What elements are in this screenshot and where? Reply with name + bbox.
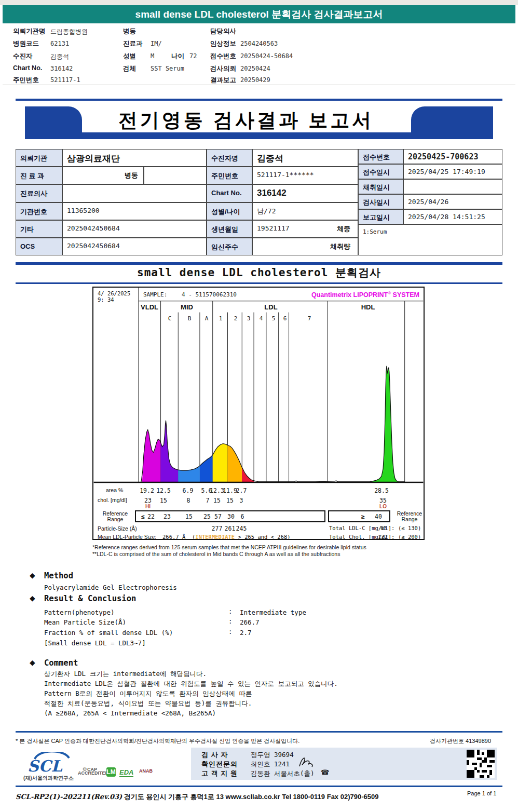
- table-value: 2025/04/28 14:51:25: [403, 209, 502, 224]
- band-label-6: 6: [283, 315, 287, 322]
- result-row-value: 2.7: [240, 629, 252, 637]
- scl-logo-arc-icon: SCL: [23, 752, 75, 775]
- result-colon: :: [228, 607, 233, 615]
- result-note: [Small dense LDL = LDL3~7]: [44, 639, 146, 647]
- band-label-5: 5: [272, 315, 276, 322]
- total-ldl-ref: (≤ 130): [398, 525, 421, 531]
- eda-badge-label: EDA: [119, 768, 133, 776]
- table-label: 성별/나이: [207, 202, 252, 220]
- diamond-bullet-icon: ◆: [30, 594, 35, 602]
- chol-value: 8: [187, 497, 190, 504]
- mid-a-band: [200, 455, 213, 482]
- cap-accredited-icon: ⚙CAP ACCREDITED✓: [78, 767, 102, 775]
- phenotype-class: INTERMEDIATE: [195, 534, 235, 540]
- field-label: 검체: [123, 64, 136, 73]
- table-label: 임신주수: [207, 238, 252, 255]
- comment-line: Pattern B로의 전환이 이루어지지 않도록 환자의 임상상태에 따른: [44, 689, 252, 698]
- field-value: 20250424-50684: [240, 52, 293, 60]
- table-label: 검사일시: [358, 194, 403, 209]
- footer-rule-bottom: [16, 786, 502, 787]
- lipoprint-chart: 4/ 26/2025 9: 34 SAMPLE: 4 - 51157006231…: [92, 287, 425, 540]
- brand-name: Quantimetrix LIPOPRINT: [311, 291, 388, 299]
- phone-icon: ☎: [321, 768, 329, 776]
- reference-label-line2: Range: [402, 516, 418, 522]
- result-row-value: 266.7: [240, 618, 260, 626]
- ref-value: 15: [185, 513, 193, 520]
- table-value: 2025/04/25 17:49:19: [403, 164, 502, 179]
- print-date: 4/ 26/2025: [98, 290, 130, 296]
- area-value: 12.3: [210, 487, 224, 494]
- area-value: 19.2: [140, 487, 154, 494]
- table-value: 채취량: [252, 238, 358, 255]
- top-rule: [16, 99, 502, 101]
- banner-right-block: [411, 106, 493, 133]
- eda-badge-icon: EDA: [119, 768, 133, 777]
- field-value: M: [151, 52, 154, 60]
- chart-footnote-1: *Reference ranges derived from 125 serum…: [92, 544, 366, 550]
- staff-name: 김동환 서울서초(출): [251, 769, 315, 778]
- footer-doc-code: SCL-RP2(1)-202211(Rev.03): [16, 793, 122, 801]
- total-ldl-value: 63: [380, 525, 387, 531]
- area-row-label: area %: [106, 487, 123, 493]
- total-chol-value: 122: [378, 534, 388, 540]
- band-label-4: 4: [260, 315, 263, 322]
- footer-rule-top: [16, 731, 502, 733]
- footer-docline: SCL-RP2(1)-202211(Rev.03) 경기도 용인시 기흥구 흥덕…: [16, 792, 378, 802]
- table-value: [144, 167, 207, 184]
- instrument-brand: Quantimetrix LIPOPRINT® SYSTEM: [311, 291, 419, 299]
- reference-box-hdl: ≥ 40: [328, 510, 390, 522]
- particle-size: 277: [212, 525, 223, 532]
- chol-value: 15: [213, 497, 221, 504]
- lm-badge-label: LM: [106, 768, 115, 776]
- table-value: 남/72: [252, 202, 358, 220]
- table-value: 2025042450684: [62, 238, 207, 255]
- field-value: IM/: [151, 40, 162, 47]
- field-value: 521117-1: [50, 76, 80, 84]
- ref-value: 22: [147, 513, 155, 520]
- table-value: [403, 179, 502, 194]
- ref-value: 6: [241, 513, 244, 520]
- reference-label-right: ReferenceRange: [394, 511, 425, 522]
- particle-size: 245: [236, 525, 247, 532]
- chol-value: 23: [144, 497, 152, 504]
- field-label: 병동: [123, 27, 136, 36]
- ref-op: ≤: [141, 513, 145, 520]
- chol-value: 15: [160, 497, 167, 504]
- result-row-label: Fraction % of small dense LDL (%): [44, 629, 173, 637]
- table-value: 20250425-700623: [403, 149, 502, 164]
- table-value: 19521117 체중: [252, 220, 358, 238]
- ref-value: 23: [163, 513, 171, 520]
- section-title: small dense LDL cholesterol 분획검사: [16, 265, 502, 280]
- ref-value: 25: [203, 513, 211, 520]
- reference-label-line2: Range: [107, 516, 124, 522]
- banner-title: 전기영동 검사결과 보고서: [87, 107, 405, 133]
- staff-role: 검 사 자: [201, 750, 228, 760]
- footer-address: 경기도 용인시 기흥구 흥덕1로 13: [124, 793, 224, 801]
- table-label: Chart No.: [207, 184, 252, 202]
- page-number: Page 1 of 1: [467, 790, 496, 796]
- diamond-bullet-icon: ◆: [30, 658, 35, 667]
- table-label: 의뢰기관: [16, 149, 62, 167]
- band-label-c: C: [168, 315, 172, 322]
- table-value: 11365200: [62, 202, 207, 220]
- staff-name: 최인호 1241: [251, 760, 290, 769]
- result-row-value: Intermediate type: [240, 608, 306, 616]
- table-label: 진료의사: [16, 184, 62, 202]
- comment-heading: Comment: [44, 658, 78, 668]
- field-value: 72: [189, 52, 197, 60]
- method-body: Polyacrylamide Gel Electrophoresis: [44, 584, 177, 591]
- curve-outline: [141, 366, 405, 482]
- section-rule-top: [16, 262, 502, 265]
- field-label: 진료과: [123, 39, 143, 48]
- area-value: 11.9: [223, 487, 237, 494]
- reference-label-left: ReferenceRange: [100, 511, 131, 522]
- comment-line: (A ≥268A, 265A < Intermediate <268A, B≤2…: [44, 709, 216, 717]
- comment-line: Intermediate LDL은 심혈관 질환에 대한 위험도를 높일 수 있…: [44, 680, 338, 688]
- group-label-vldl: VLDL: [141, 303, 158, 311]
- area-value: 6.9: [183, 487, 194, 494]
- result-colon: :: [228, 628, 233, 635]
- field-label: 수진자: [13, 52, 33, 61]
- field-label: 주민번호: [13, 76, 39, 85]
- field-value: 316142: [50, 65, 73, 72]
- field-label: 검사의뢰: [210, 64, 236, 73]
